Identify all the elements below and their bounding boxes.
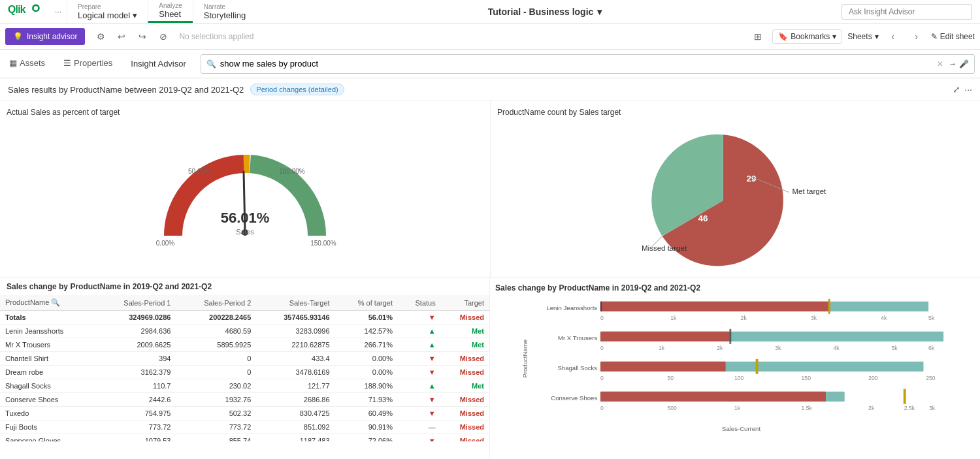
insight-advisor-label: Insight Advisor	[122, 50, 195, 78]
table-container[interactable]: ProductName 🔍 Sales-Period 1 Sales-Perio…	[0, 295, 489, 441]
nav-analyze[interactable]: Analyze Sheet	[148, 0, 193, 23]
svg-text:50: 50	[668, 375, 674, 381]
nav-prepare-title: Logical model ▾	[78, 10, 137, 20]
table-header-row: Sales change by ProductName in 2019-Q2 a…	[0, 278, 489, 295]
pie-container: 46 29 Met target Missed target	[497, 122, 973, 277]
edit-sheet-button[interactable]: ✎ Edit sheet	[931, 32, 975, 41]
properties-icon: ☰	[63, 58, 71, 68]
insight-advisor-button[interactable]: 💡 Insight advisor	[5, 28, 85, 45]
toolbar-icons: ⚙ ↩ ↪ ⊘ No selections applied	[85, 29, 261, 44]
chevron-down-icon: ▾	[832, 32, 836, 41]
col-search-icon[interactable]: 🔍	[51, 298, 60, 306]
svg-text:Missed target: Missed target	[642, 244, 687, 252]
svg-text:500: 500	[668, 405, 678, 411]
expand-icon[interactable]: ⤢	[953, 84, 960, 95]
search-bar-row: ▦ Assets ☰ Properties Insight Advisor 🔍 …	[0, 50, 980, 78]
nav-analyze-label: Analyze	[159, 2, 182, 9]
svg-text:6k: 6k	[928, 345, 935, 351]
tab-assets[interactable]: ▦ Assets	[0, 50, 54, 78]
prev-sheet-icon[interactable]: ‹	[884, 27, 902, 46]
table-section: Sales change by ProductName in 2019-Q2 a…	[0, 278, 490, 459]
svg-text:Sales: Sales	[236, 228, 254, 236]
col-pct: % of target	[335, 295, 398, 311]
svg-text:150: 150	[802, 375, 811, 381]
svg-text:5k: 5k	[892, 345, 898, 351]
col-period1: Sales-Period 1	[96, 295, 176, 311]
table-title: Sales change by ProductName in 2019-Q2 a…	[7, 282, 212, 291]
chevron-down-icon: ▾	[875, 32, 879, 41]
app-title[interactable]: Tutorial - Business logic ▾	[488, 7, 602, 17]
svg-text:46: 46	[698, 214, 708, 223]
svg-text:0.00%: 0.00%	[156, 240, 174, 247]
pie-svg: 46 29 Met target Missed target	[585, 122, 886, 277]
pie-title: ProductName count by Sales target	[497, 108, 973, 117]
table-totals-row: Totals324969.0286200228.2465357465.93146…	[0, 311, 489, 324]
grid-icon[interactable]: ⊞	[749, 27, 767, 46]
nav-narrate-label: Narrate	[204, 3, 246, 10]
svg-text:250: 250	[926, 375, 936, 381]
selections-icon[interactable]: ⚙	[93, 29, 108, 44]
svg-text:29: 29	[746, 174, 756, 183]
insight-search-box: 🔍 ✕ → 🎤	[201, 54, 975, 74]
svg-text:Conserve Shoes: Conserve Shoes	[551, 394, 597, 402]
svg-text:1.5k: 1.5k	[802, 405, 813, 411]
ask-insight-input[interactable]	[841, 4, 972, 20]
svg-text:4k: 4k	[881, 315, 887, 321]
bar-chart-section: Sales change by ProductName in 2019-Q2 a…	[490, 278, 980, 459]
main-content: Sales results by ProductName between 201…	[0, 78, 980, 459]
gauge-svg: 56.01% Sales 0.00% 50.00% 100.00% 150.00…	[147, 131, 343, 262]
svg-text:Qlik: Qlik	[8, 4, 26, 15]
result-header: Sales results by ProductName between 201…	[0, 78, 980, 101]
more-options-icon[interactable]: ···	[964, 84, 972, 95]
gauge-chart-section: Actual Sales as percent of target 56.01%	[0, 101, 490, 277]
clear-search-icon[interactable]: ✕	[937, 59, 943, 69]
search-go-icon[interactable]: →	[949, 59, 956, 69]
svg-text:50.00%: 50.00%	[188, 168, 210, 175]
bookmarks-button[interactable]: 🔖 Bookmarks ▾	[772, 29, 842, 44]
nav-search	[834, 0, 980, 23]
table-row: Fuji Boots773.72773.72851.09290.91%—Miss…	[0, 420, 489, 434]
result-actions: ⤢ ···	[953, 84, 972, 95]
svg-rect-20	[600, 302, 602, 311]
svg-text:1k: 1k	[659, 345, 665, 351]
svg-text:150.00%: 150.00%	[310, 240, 336, 247]
table-row: Tuxedo754.975502.32830.472560.49%▼Missed	[0, 407, 489, 420]
chevron-down-icon: ▾	[597, 7, 602, 17]
svg-rect-30	[600, 332, 729, 341]
svg-text:0: 0	[600, 315, 604, 321]
chevron-down-icon: ▾	[133, 10, 137, 20]
svg-text:ProductName: ProductName	[521, 340, 529, 378]
top-nav: Qlik ··· Prepare Logical model ▾ Analyze…	[0, 0, 980, 24]
svg-text:100.00%: 100.00%	[279, 168, 305, 175]
sales-table: ProductName 🔍 Sales-Period 1 Sales-Perio…	[0, 295, 489, 441]
microphone-icon[interactable]: 🎤	[959, 59, 969, 69]
nav-more-dots[interactable]: ···	[50, 0, 67, 23]
next-sheet-icon[interactable]: ›	[907, 27, 926, 46]
bar-chart-area: Lenin Jeansshorts 0 1k 2k 3k 4k 5k Mr X …	[495, 296, 975, 456]
sheets-button[interactable]: Sheets ▾	[847, 32, 878, 41]
svg-text:Lenin Jeansshorts: Lenin Jeansshorts	[546, 304, 597, 311]
nav-narrate[interactable]: Narrate Storytelling	[193, 0, 256, 23]
svg-text:2k: 2k	[717, 345, 723, 351]
redo-icon[interactable]: ↪	[135, 29, 150, 44]
table-row: Conserve Shoes2442.61932.762686.8671.93%…	[0, 393, 489, 407]
tab-properties[interactable]: ☰ Properties	[54, 50, 122, 78]
clear-icon[interactable]: ⊘	[155, 29, 171, 44]
nav-center: Tutorial - Business logic ▾	[256, 0, 834, 23]
svg-text:0: 0	[600, 345, 604, 351]
svg-text:2.5k: 2.5k	[904, 405, 915, 411]
svg-text:4k: 4k	[833, 345, 840, 351]
col-product-name: ProductName 🔍	[0, 295, 96, 311]
col-period2: Sales-Period 2	[176, 295, 256, 311]
svg-text:Shagall Socks: Shagall Socks	[557, 364, 597, 372]
svg-text:Mr X Trousers: Mr X Trousers	[558, 334, 597, 341]
svg-rect-21	[828, 299, 830, 314]
svg-rect-42	[756, 359, 759, 374]
svg-text:Sales-Current: Sales-Current	[722, 425, 760, 432]
undo-icon[interactable]: ↩	[114, 29, 129, 44]
insight-icon: 💡	[13, 32, 23, 41]
nav-prepare-label: Prepare	[78, 3, 137, 10]
insight-search-input[interactable]	[220, 59, 934, 69]
svg-text:0: 0	[600, 405, 604, 411]
nav-prepare[interactable]: Prepare Logical model ▾	[67, 0, 148, 23]
